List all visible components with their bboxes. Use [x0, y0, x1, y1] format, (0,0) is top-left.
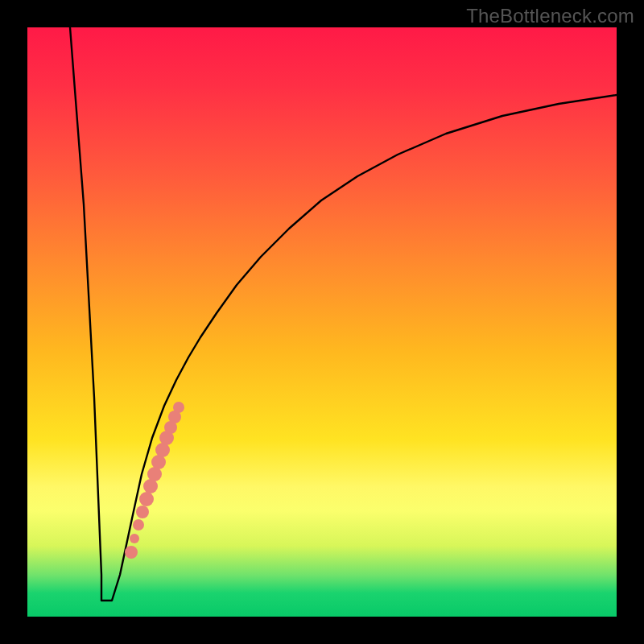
chart-frame: TheBottleneck.com: [0, 0, 644, 644]
highlight-dot: [125, 546, 138, 559]
highlight-dots-group: [125, 402, 184, 559]
watermark-text: TheBottleneck.com: [466, 5, 634, 27]
highlight-dot: [133, 519, 144, 530]
bottleneck-curve: [70, 27, 617, 601]
chart-svg: [27, 27, 617, 617]
highlight-dot: [139, 492, 154, 506]
highlight-dot: [130, 534, 139, 543]
plot-area: [27, 27, 617, 617]
highlight-dot: [136, 506, 149, 518]
highlight-dot: [173, 402, 184, 413]
